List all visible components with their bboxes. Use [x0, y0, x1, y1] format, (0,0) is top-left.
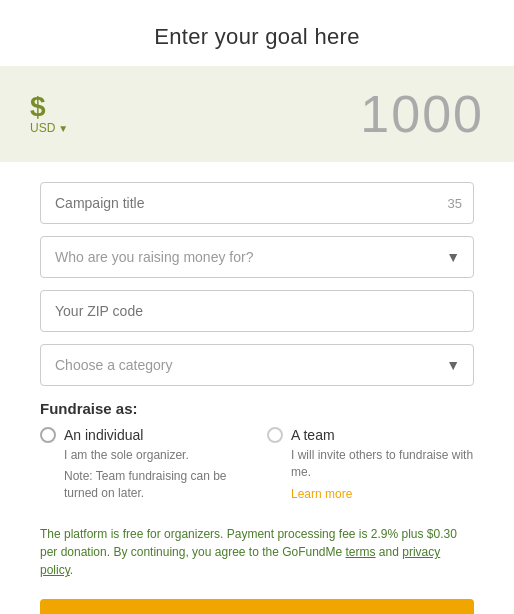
currency-chevron-icon: ▼ — [58, 123, 68, 134]
main-container: Enter your goal here $ USD ▼ 1000 35 Who… — [0, 0, 514, 614]
team-desc: I will invite others to fundraise with m… — [267, 447, 474, 481]
individual-radio[interactable] — [40, 427, 56, 443]
zip-code-group — [40, 290, 474, 332]
dollar-sign: $ — [30, 93, 46, 121]
raising-for-group: Who are you raising money for? ▼ — [40, 236, 474, 278]
category-select[interactable]: Choose a category — [40, 344, 474, 386]
individual-desc: I am the sole organizer. — [40, 447, 247, 464]
legal-text-middle: and — [376, 545, 403, 559]
team-label: A team — [291, 427, 335, 443]
fundraise-options: An individual I am the sole organizer. N… — [40, 427, 474, 501]
individual-note: Note: Team fundraising can be turned on … — [40, 468, 247, 502]
form-section: 35 Who are you raising money for? ▼ Choo… — [0, 182, 514, 511]
individual-option: An individual I am the sole organizer. N… — [40, 427, 247, 501]
team-option: A team I will invite others to fundraise… — [267, 427, 474, 501]
page-header: Enter your goal here — [0, 0, 514, 66]
goal-amount[interactable]: 1000 — [360, 84, 484, 144]
page-title: Enter your goal here — [20, 24, 494, 50]
legal-text-end: . — [70, 563, 73, 577]
campaign-title-group: 35 — [40, 182, 474, 224]
next-button[interactable]: Next — [40, 599, 474, 614]
currency-selector[interactable]: USD ▼ — [30, 121, 68, 135]
legal-text: The platform is free for organizers. Pay… — [0, 511, 514, 589]
goal-banner: $ USD ▼ 1000 — [0, 66, 514, 162]
team-radio[interactable] — [267, 427, 283, 443]
campaign-title-input[interactable] — [40, 182, 474, 224]
terms-link[interactable]: terms — [346, 545, 376, 559]
next-button-wrapper: Next — [0, 589, 514, 614]
zip-code-input[interactable] — [40, 290, 474, 332]
individual-option-header[interactable]: An individual — [40, 427, 247, 443]
fundraise-label: Fundraise as: — [40, 400, 474, 417]
category-group: Choose a category ▼ — [40, 344, 474, 386]
learn-more-link[interactable]: Learn more — [267, 487, 474, 501]
currency-code: USD — [30, 121, 55, 135]
currency-block: $ USD ▼ — [30, 93, 68, 135]
individual-label: An individual — [64, 427, 143, 443]
char-count: 35 — [448, 196, 462, 211]
team-option-header[interactable]: A team — [267, 427, 474, 443]
raising-for-select[interactable]: Who are you raising money for? — [40, 236, 474, 278]
